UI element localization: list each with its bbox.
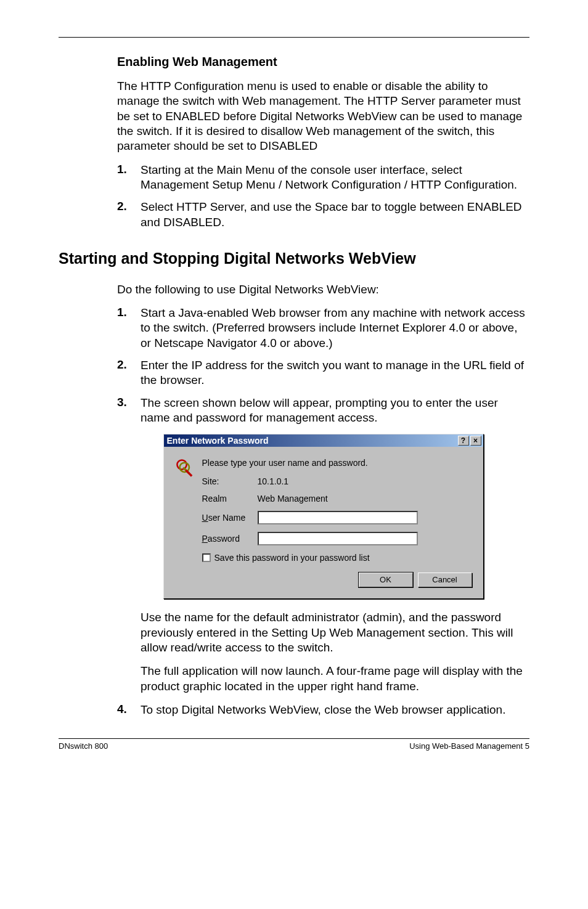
footer-right: Using Web-Based Management 5 [409,741,529,751]
list2-item3-text: The screen shown below will appear, prom… [141,396,529,426]
enter-network-password-dialog: Enter Network Password ? × [163,434,484,599]
ok-button[interactable]: OK [359,573,413,587]
list2-item2-number: 2. [117,358,141,388]
paragraph-full-application: The full application will now launch. A … [141,664,529,694]
top-horizontal-rule [59,37,529,38]
username-input[interactable] [258,511,418,524]
list2-item1-number: 1. [117,306,141,351]
list3-item4-number: 4. [117,703,141,717]
numbered-list-3: 4. To stop Digital Networks WebView, clo… [117,703,529,717]
save-password-label: Save this password in your password list [214,553,370,563]
dialog-prompt: Please type your user name and password. [202,458,472,468]
list2-item2-text: Enter the IP address for the switch you … [141,358,529,388]
dialog-titlebar: Enter Network Password ? × [164,434,483,447]
footer-left: DNswitch 800 [59,741,108,751]
cancel-button[interactable]: Cancel [418,573,472,587]
page-footer: DNswitch 800 Using Web-Based Management … [59,738,529,751]
list1-item1-number: 1. [117,163,141,193]
password-label: Password [202,534,258,544]
section-heading-starting-stopping: Starting and Stopping Digital Networks W… [59,250,529,267]
list2-item3-number: 3. [117,396,141,426]
paragraph-http-config: The HTTP Configuration menu is used to e… [117,79,529,154]
realm-value: Web Management [258,494,472,503]
list2-item1-text: Start a Java-enabled Web browser from an… [141,306,529,351]
paragraph-use-name: Use the name for the default administrat… [141,610,529,655]
site-label: Site: [202,476,258,486]
password-input[interactable] [258,532,418,545]
help-button[interactable]: ? [458,436,469,446]
site-value: 10.1.0.1 [258,476,472,486]
list1-item2-number: 2. [117,200,141,230]
list1-item2-text: Select HTTP Server, and use the Space ba… [141,200,529,230]
close-button[interactable]: × [470,436,481,446]
numbered-list-2: 1. Start a Java-enabled Web browser from… [117,306,529,425]
save-password-checkbox[interactable] [202,553,211,562]
username-label: User Name [202,513,258,523]
paragraph-do-following: Do the following to use Digital Networks… [117,282,529,297]
numbered-list-1: 1. Starting at the Main Menu of the cons… [117,163,529,230]
list1-item1-text: Starting at the Main Menu of the console… [141,163,529,193]
keys-icon [175,471,196,481]
subheading-enabling-web-management: Enabling Web Management [117,55,529,69]
realm-label: Realm [202,494,258,503]
dialog-title: Enter Network Password [166,436,457,446]
list3-item4-text: To stop Digital Networks WebView, close … [141,703,505,717]
